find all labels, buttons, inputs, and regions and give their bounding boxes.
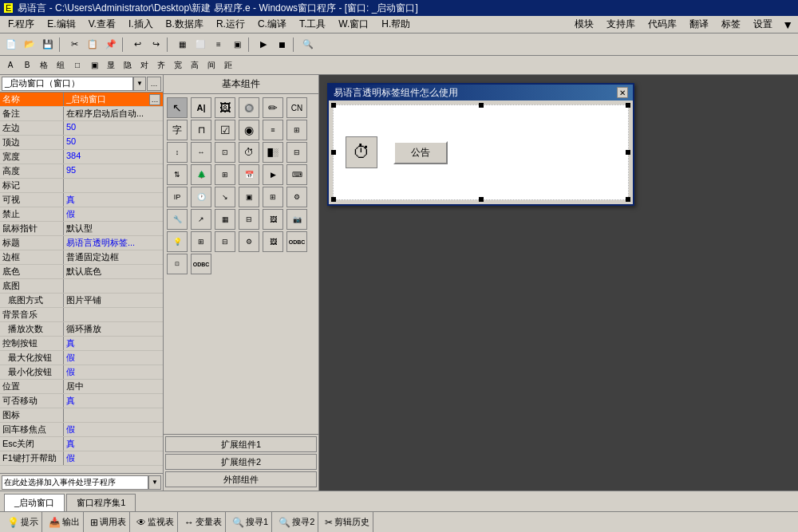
tb-new[interactable]: 📄 (2, 36, 20, 53)
tb-save[interactable]: 💾 (39, 36, 57, 53)
comp-t2[interactable]: ⊟ (215, 231, 235, 252)
tb-redo[interactable]: ↪ (147, 36, 164, 53)
comp-date[interactable]: 📅 (239, 164, 259, 185)
menu-insert[interactable]: I.插入 (122, 16, 160, 33)
tb2-d[interactable]: 组 (53, 58, 69, 73)
tb2-i[interactable]: 对 (136, 58, 152, 73)
comp-radio[interactable]: ◉ (239, 120, 259, 140)
menu-code-lib[interactable]: 代码库 (642, 16, 683, 33)
prop-expand-btn[interactable]: … (149, 94, 160, 105)
status-output[interactable]: 📥 输出 (45, 512, 84, 532)
status-tip[interactable]: 💡 提示 (4, 512, 42, 532)
comp-subarrow[interactable]: ↘ (215, 187, 235, 207)
comp-image[interactable]: 🖼 (215, 97, 235, 118)
comp-r4[interactable]: 🔧 (167, 209, 188, 230)
tb-align[interactable]: ≡ (210, 36, 227, 53)
comp-btn1[interactable]: 🔘 (239, 97, 259, 118)
menu-module[interactable]: 模块 (568, 16, 600, 33)
tb-play[interactable]: ▶ (255, 36, 272, 53)
comp-scroll2[interactable]: ↔ (191, 142, 211, 163)
comp-progress[interactable]: █░ (263, 142, 283, 163)
window-selector-value[interactable]: _启动窗口（窗口） (2, 77, 133, 91)
tb-paste[interactable]: 📌 (102, 36, 120, 53)
tb2-b[interactable]: B (19, 58, 35, 73)
menu-run[interactable]: R.运行 (210, 16, 251, 33)
comp-t1[interactable]: ⊞ (191, 231, 211, 252)
tb-copy[interactable]: 📋 (84, 36, 101, 53)
tab-startup-window[interactable]: _启动窗口 (4, 494, 65, 511)
status-search1[interactable]: 🔍 搜寻1 (229, 512, 272, 532)
tb2-h[interactable]: 隐 (120, 58, 136, 73)
tb2-m[interactable]: 间 (203, 58, 219, 73)
menu-window[interactable]: W.窗口 (332, 16, 375, 33)
comp-clock[interactable]: 🕐 (191, 187, 211, 207)
window-selector[interactable]: _启动窗口（窗口） ▼ … (0, 75, 163, 93)
comp-timer[interactable]: ⏱ (239, 142, 259, 163)
tb2-n[interactable]: 距 (220, 58, 236, 73)
tb2-a[interactable]: A (2, 58, 18, 73)
comp-r3[interactable]: ⚙ (286, 187, 307, 207)
tb-cut[interactable]: ✂ (65, 36, 83, 53)
ext-comp1-btn[interactable]: 扩展组件1 (165, 436, 317, 452)
comp-char[interactable]: 字 (167, 120, 188, 140)
ext-comp2-btn[interactable]: 扩展组件2 (165, 454, 317, 470)
settings-dropdown[interactable]: ▼ (779, 18, 796, 31)
event-selector-arrow[interactable]: ▼ (148, 475, 161, 490)
comp-cn[interactable]: CN (286, 97, 307, 118)
comp-ip[interactable]: IP (167, 187, 188, 207)
status-call-table[interactable]: ⊞ 调用表 (87, 512, 130, 532)
comp-tab[interactable]: ⊡ (215, 142, 235, 163)
tb2-j[interactable]: 齐 (153, 58, 169, 73)
comp-scroll[interactable]: ↕ (167, 142, 188, 163)
comp-t4[interactable]: 🖼 (263, 231, 283, 252)
comp-pen[interactable]: ✏ (263, 97, 283, 118)
tb2-l[interactable]: 高 (187, 58, 203, 73)
canvas-area[interactable]: 易语言透明标签组件怎么使用 ✕ ⏱ 公告 (319, 75, 798, 491)
menu-view[interactable]: V.查看 (82, 16, 122, 33)
comp-check[interactable]: ☑ (215, 120, 235, 140)
status-var-table[interactable]: ↔ 变量表 (181, 512, 226, 532)
comp-odbc3[interactable]: ODBC (191, 254, 211, 274)
prop-expand[interactable]: … (147, 77, 161, 91)
tb-btn4[interactable]: ▣ (228, 36, 246, 53)
menu-program[interactable]: F.程序 (2, 16, 41, 33)
comp-slider[interactable]: ⊟ (286, 142, 307, 163)
comp-s4[interactable]: 📷 (286, 209, 307, 230)
comp-hotkey[interactable]: ⌨ (286, 164, 307, 185)
event-selector[interactable]: 在此处选择加入事件处理子程序 ▼ (0, 473, 163, 491)
comp-box[interactable]: ⊓ (191, 120, 211, 140)
tb2-g[interactable]: 显 (103, 58, 119, 73)
ad-button[interactable]: 公告 (393, 141, 448, 164)
tb2-f[interactable]: ▣ (86, 58, 102, 73)
menu-help[interactable]: H.帮助 (375, 16, 417, 33)
status-clip-history[interactable]: ✂ 剪辑历史 (322, 512, 373, 532)
comp-arrow[interactable]: ↖ (167, 97, 188, 118)
dialog-close-button[interactable]: ✕ (617, 87, 628, 98)
menu-tools[interactable]: T.工具 (293, 16, 332, 33)
comp-odbc[interactable]: ODBC (286, 231, 307, 252)
comp-updown[interactable]: ⇅ (167, 164, 188, 185)
comp-list[interactable]: ≡ (263, 120, 283, 140)
menu-database[interactable]: B.数据库 (160, 16, 210, 33)
tb2-k[interactable]: 宽 (170, 58, 186, 73)
comp-s3[interactable]: 🖼 (263, 209, 283, 230)
menu-support-lib[interactable]: 支持库 (600, 16, 642, 33)
tb-open[interactable]: 📂 (21, 36, 38, 53)
comp-tree[interactable]: 🌲 (191, 164, 211, 185)
ext-comp3-btn[interactable]: 外部组件 (165, 471, 317, 487)
status-search2[interactable]: 🔍 搜寻2 (275, 512, 318, 532)
tb2-c[interactable]: 格 (36, 58, 52, 73)
tb-grid[interactable]: ▦ (173, 36, 191, 53)
tb-stop[interactable]: ⏹ (273, 36, 290, 53)
comp-r1[interactable]: ▣ (239, 187, 259, 207)
menu-edit[interactable]: E.编辑 (41, 16, 81, 33)
menu-compile[interactable]: C.编译 (251, 16, 293, 33)
comp-r5[interactable]: ↗ (191, 209, 211, 230)
comp-s2[interactable]: ⊟ (239, 209, 259, 230)
comp-listview[interactable]: ⊞ (215, 164, 235, 185)
tb-window[interactable]: ⬜ (192, 36, 209, 53)
comp-s5[interactable]: 💡 (167, 231, 188, 252)
menu-translate[interactable]: 翻译 (683, 16, 715, 33)
tb-undo[interactable]: ↩ (128, 36, 146, 53)
comp-s1[interactable]: ▦ (215, 209, 235, 230)
